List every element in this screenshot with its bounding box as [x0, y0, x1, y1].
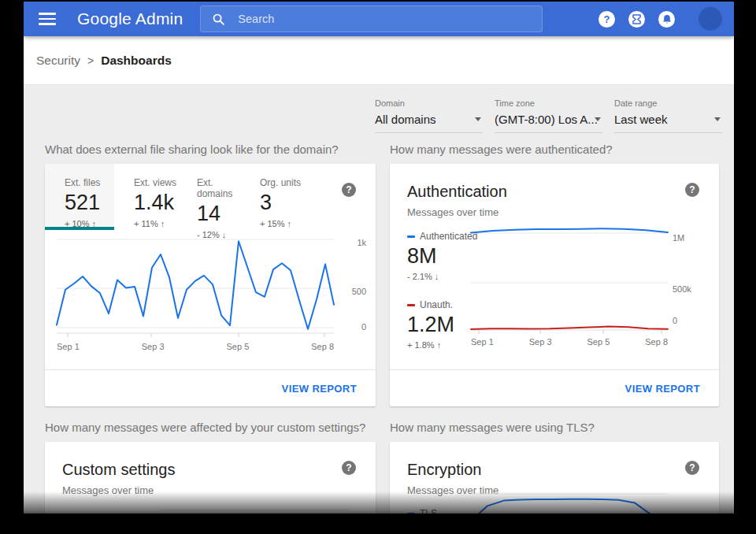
sharing-series-line [57, 241, 334, 329]
daterange-filter-dropdown[interactable]: Date range Last week [614, 98, 722, 133]
card-footer: VIEW REPORT [45, 369, 376, 406]
domain-filter-dropdown[interactable]: Domain All domains [375, 98, 483, 133]
metric-delta: + 11% ↑ [134, 219, 177, 228]
notifications-bell-icon[interactable] [658, 11, 675, 28]
x-tick: Sep 3 [529, 337, 552, 347]
card-title: Custom settings [45, 442, 376, 479]
y-tick: 1M [673, 233, 696, 243]
card-row-2: Custom settings Messages over time ? Enc… [45, 442, 719, 514]
chevron-down-icon [475, 117, 481, 121]
tab-ext-domains[interactable]: Ext. domains 14 - 12% ↓ [177, 164, 240, 230]
up-arrow-icon: ↑ [437, 340, 442, 350]
admin-console-window: Google Admin ? Se [24, 2, 734, 514]
whats-new-hourglass-icon[interactable] [628, 11, 645, 28]
search-icon [212, 13, 225, 26]
card-help-icon[interactable]: ? [685, 461, 699, 475]
chevron-down-icon [595, 117, 601, 121]
card-help-icon[interactable]: ? [342, 183, 356, 197]
legend-dash-blue [407, 235, 415, 238]
legend-dash-blue [407, 513, 415, 514]
question-row-1: What does external file sharing look lik… [45, 143, 719, 156]
page-title: Dashboards [101, 54, 172, 68]
breadcrumb-separator: > [87, 54, 94, 67]
up-arrow-icon: ↑ [161, 219, 165, 228]
authenticated-series-line [471, 228, 668, 232]
question-row-2: How many messages were affected by your … [45, 421, 719, 434]
auth-legend-column: Authenticated 8M - 2.1% ↓ Unauth. 1.2M +… [407, 231, 480, 350]
view-report-link[interactable]: VIEW REPORT [625, 383, 719, 395]
y-tick: 0 [343, 322, 366, 332]
help-icon[interactable]: ? [598, 11, 615, 28]
x-tick: Sep 1 [57, 342, 80, 351]
x-tick: Sep 5 [227, 342, 250, 351]
authenticated-delta: - 2.1% ↓ [407, 272, 480, 281]
card-help-icon[interactable]: ? [685, 183, 699, 197]
card-subtitle: Messages over time [390, 201, 719, 218]
card-help-icon[interactable]: ? [342, 461, 356, 475]
y-tick: 1k [343, 238, 366, 247]
tab-ext-files[interactable]: Ext. files 521 + 10% ↑ [45, 164, 114, 230]
card-subtitle: Messages over time [45, 479, 376, 496]
account-avatar[interactable] [699, 7, 722, 31]
custom-settings-card: Custom settings Messages over time ? [45, 442, 376, 514]
card-row-1: Ext. files 521 + 10% ↑ Ext. views 1.4k +… [45, 164, 719, 406]
card-footer: VIEW REPORT [390, 369, 719, 406]
metric-tabs: Ext. files 521 + 10% ↑ Ext. views 1.4k +… [45, 164, 376, 230]
down-arrow-icon: ↓ [435, 272, 439, 281]
app-bar: Google Admin ? [24, 2, 734, 36]
sharing-line-chart: 1k 500 0 Sep 1 Sep 3 Sep 5 Sep 8 [57, 236, 369, 362]
metric-delta: + 15% ↑ [260, 219, 303, 228]
metric-value: 1.4k [134, 191, 177, 215]
legend-dash-red [407, 304, 415, 306]
card-title: Authentication [390, 164, 719, 201]
sharing-question: What does external file sharing look lik… [45, 143, 376, 156]
metric-value: 14 [197, 202, 240, 226]
encryption-card: Encryption Messages over time ? TLS [390, 442, 719, 514]
hamburger-menu-icon[interactable] [39, 13, 56, 25]
unauthenticated-series-line [471, 327, 668, 329]
tls-question: How many messages were using TLS? [390, 421, 719, 434]
custom-question: How many messages were affected by your … [45, 421, 376, 434]
up-arrow-icon: ↑ [287, 219, 292, 228]
unauthenticated-value: 1.2M [407, 313, 480, 337]
breadcrumb-security-link[interactable]: Security [36, 54, 80, 68]
up-arrow-icon: ↑ [92, 219, 97, 228]
authenticated-value: 8M [407, 244, 480, 269]
metric-value: 521 [65, 191, 114, 215]
timezone-filter-dropdown[interactable]: Time zone (GMT-8:00) Los A... [495, 98, 602, 133]
unauthenticated-delta: + 1.8% ↑ [407, 340, 480, 350]
x-tick: Sep 8 [311, 342, 334, 351]
card-title: Encryption [390, 442, 719, 479]
y-tick: 0 [673, 316, 696, 325]
x-tick: Sep 8 [645, 337, 668, 347]
view-report-link[interactable]: VIEW REPORT [282, 383, 376, 395]
auth-question: How many messages were authenticated? [390, 143, 719, 156]
filter-bar: Domain All domains Time zone (GMT-8:00) … [375, 98, 722, 133]
tls-series-line [471, 499, 668, 514]
authentication-card: Authentication Messages over time ? Auth… [390, 164, 719, 406]
unauthenticated-stat: Unauth. 1.2M + 1.8% ↑ [407, 299, 480, 350]
auth-line-chart: 1M 500k 0 Sep 1 Sep 3 Sep 5 Sep 8 [471, 230, 699, 350]
tab-ext-views[interactable]: Ext. views 1.4k + 11% ↑ [114, 164, 177, 230]
breadcrumb: Security > Dashboards [24, 36, 734, 85]
chevron-down-icon [714, 117, 721, 121]
authenticated-stat: Authenticated 8M - 2.1% ↓ [407, 231, 480, 281]
product-logo: Google Admin [77, 9, 183, 28]
metric-value: 3 [260, 191, 303, 215]
search-input[interactable] [238, 13, 498, 25]
daterange-filter-value: Last week [614, 113, 668, 126]
metric-delta: + 10% ↑ [65, 219, 114, 228]
gridline [159, 510, 350, 510]
x-tick: Sep 5 [587, 337, 610, 347]
x-tick: Sep 3 [142, 342, 165, 351]
external-sharing-card: Ext. files 521 + 10% ↑ Ext. views 1.4k +… [45, 164, 376, 406]
x-tick: Sep 1 [471, 337, 494, 347]
timezone-filter-value: (GMT-8:00) Los A... [495, 113, 598, 126]
y-tick: 500 [343, 287, 366, 296]
appbar-actions: ? [598, 7, 734, 31]
tls-line-chart [471, 486, 668, 514]
tls-legend: TLS [407, 508, 437, 514]
tab-org-units[interactable]: Org. units 3 + 15% ↑ [240, 164, 303, 230]
domain-filter-value: All domains [375, 113, 436, 126]
search-bar[interactable] [200, 6, 543, 32]
